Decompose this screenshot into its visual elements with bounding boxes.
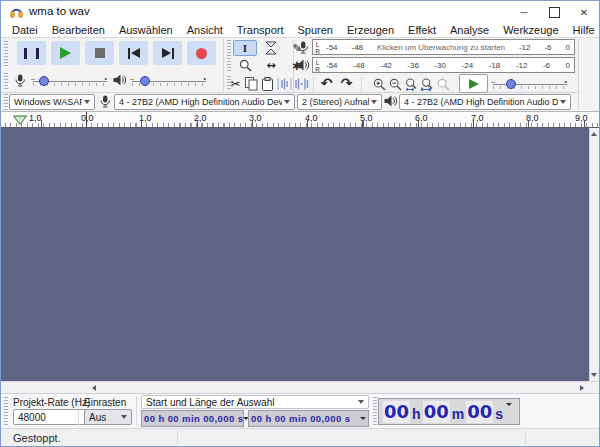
scroll-up-icon[interactable] bbox=[591, 132, 597, 136]
recording-meter[interactable]: LR -54 -48 Klicken um Überwachung zu sta… bbox=[312, 39, 575, 55]
recording-volume-thumb[interactable] bbox=[39, 76, 49, 86]
monitoring-hint[interactable]: Klicken um Überwachung zu starten bbox=[377, 43, 505, 52]
redo-button[interactable]: ↷ bbox=[337, 75, 356, 91]
selection-toolbar-grip[interactable] bbox=[4, 397, 8, 425]
zoom-toggle-button[interactable] bbox=[436, 76, 451, 92]
status-bar: Gestoppt. bbox=[1, 428, 599, 446]
audio-host-select[interactable]: Windows WASAPI bbox=[9, 94, 95, 110]
recording-meter-mic-icon[interactable] bbox=[297, 41, 309, 54]
menu-spuren[interactable]: Spuren bbox=[290, 23, 339, 38]
scroll-down-icon[interactable] bbox=[591, 373, 597, 377]
paste-button[interactable] bbox=[260, 76, 275, 92]
trim-audio-button[interactable] bbox=[276, 76, 292, 92]
menu-effekt[interactable]: Effekt bbox=[401, 23, 443, 38]
audacity-window: wma to wav ─ ✕ Datei Bearbeiten Auswähle… bbox=[0, 0, 600, 447]
time-toolbar-grip[interactable] bbox=[373, 397, 377, 425]
undo-button[interactable]: ↶ bbox=[317, 75, 336, 91]
recording-volume-mic-icon bbox=[14, 74, 26, 87]
timeline-ruler[interactable]: 1,0 0,0 1,0 2,0 3,0 4,0 5,0 6,0 7,0 8,0 … bbox=[1, 111, 599, 128]
playback-device-select[interactable]: 4 - 27B2 (AMD High Definition Audio Devi… bbox=[399, 94, 571, 110]
menu-erzeugen[interactable]: Erzeugen bbox=[340, 23, 401, 38]
maximize-icon bbox=[549, 7, 560, 18]
envelope-tool-button[interactable] bbox=[259, 40, 283, 56]
playback-device-speaker-icon bbox=[384, 95, 397, 107]
playhead-cursor bbox=[86, 112, 87, 127]
playback-meter-speaker-icon[interactable] bbox=[296, 59, 309, 71]
chevron-down-icon bbox=[121, 415, 127, 419]
snap-select[interactable]: Aus bbox=[84, 409, 132, 425]
menu-bearbeiten[interactable]: Bearbeiten bbox=[45, 23, 112, 38]
close-button[interactable]: ✕ bbox=[569, 1, 599, 23]
horizontal-scrollbar[interactable] bbox=[1, 381, 599, 393]
play-icon bbox=[60, 47, 71, 59]
maximize-button[interactable] bbox=[539, 1, 569, 23]
track-area[interactable] bbox=[1, 128, 589, 381]
transport-toolbar-grip[interactable] bbox=[4, 41, 8, 67]
rec-meter-scale: -54 -48 Klicken um Überwachung zu starte… bbox=[322, 40, 574, 54]
skip-to-end-button[interactable] bbox=[153, 41, 182, 65]
playback-volume-slider[interactable]: – • bbox=[132, 74, 206, 88]
zoom-tool-button[interactable] bbox=[233, 57, 257, 73]
device-toolbar-grip[interactable] bbox=[4, 94, 8, 110]
stop-button[interactable] bbox=[85, 41, 114, 65]
selection-tool-icon: I bbox=[243, 42, 247, 54]
silence-audio-icon bbox=[294, 78, 309, 90]
menu-transport[interactable]: Transport bbox=[230, 23, 291, 38]
skip-to-start-button[interactable] bbox=[119, 41, 148, 65]
scroll-left-icon[interactable] bbox=[92, 385, 96, 391]
scroll-right-icon[interactable] bbox=[580, 385, 584, 391]
playback-meter[interactable]: LR -54 -48 -42 -36 -30 -24 -18 -12 -6 0 bbox=[312, 57, 575, 73]
record-icon bbox=[196, 48, 207, 59]
rec-meter-channel-l: L bbox=[313, 41, 322, 48]
playback-volume-speaker-icon bbox=[113, 74, 126, 86]
zoom-in-button[interactable] bbox=[372, 76, 387, 92]
recording-device-mic-icon bbox=[99, 95, 111, 108]
zoom-selection-button[interactable] bbox=[404, 76, 419, 92]
copy-button[interactable] bbox=[244, 76, 259, 92]
timeshift-tool-button[interactable]: ↔ bbox=[259, 57, 283, 73]
selection-length-field[interactable]: 00 h 00 min 00,000 s bbox=[248, 410, 369, 427]
mixer-toolbar-grip[interactable] bbox=[4, 73, 8, 91]
zoom-out-icon bbox=[389, 78, 402, 91]
zoom-in-icon bbox=[373, 78, 386, 91]
menu-hilfe[interactable]: Hilfe bbox=[566, 23, 600, 38]
timeshift-tool-icon: ↔ bbox=[266, 59, 275, 72]
position-seconds: 00 bbox=[466, 401, 493, 423]
silence-audio-button[interactable] bbox=[293, 76, 309, 92]
audio-position-display[interactable]: 00 h 00 m 00 s bbox=[378, 398, 520, 425]
position-minutes: 00 bbox=[423, 401, 450, 423]
zoom-out-button[interactable] bbox=[388, 76, 403, 92]
cut-button[interactable]: ✂ bbox=[228, 76, 243, 92]
play-at-speed-icon bbox=[469, 79, 479, 89]
zoom-tool-icon bbox=[239, 59, 252, 72]
selection-start-field[interactable]: 00 h 00 min 00,000 s bbox=[141, 410, 244, 427]
play-at-speed-button[interactable] bbox=[459, 74, 488, 93]
redo-icon: ↷ bbox=[341, 75, 353, 91]
position-hours: 00 bbox=[383, 401, 410, 423]
tools-toolbar-grip[interactable] bbox=[227, 40, 231, 73]
recording-channels-select[interactable]: 2 (Stereo) Aufnahmekanäle bbox=[297, 94, 382, 110]
recording-device-select[interactable]: 4 - 27B2 (AMD High Definition Audio Devi… bbox=[114, 94, 295, 110]
zoom-fit-project-icon bbox=[421, 78, 435, 91]
play-speed-thumb[interactable] bbox=[506, 79, 516, 89]
menu-ansicht[interactable]: Ansicht bbox=[180, 23, 230, 38]
menu-auswaehlen[interactable]: Auswählen bbox=[112, 23, 180, 38]
pause-button[interactable] bbox=[17, 41, 46, 65]
play-meter-channel-l: L bbox=[313, 59, 322, 66]
toolbar-dock: I ✎ ↔ ∗ LR -54 -48 bbox=[1, 38, 599, 111]
vertical-scrollbar[interactable] bbox=[589, 128, 599, 381]
recording-volume-slider[interactable]: – • bbox=[33, 74, 107, 88]
menu-werkzeuge[interactable]: Werkzeuge bbox=[496, 23, 565, 38]
menu-datei[interactable]: Datei bbox=[5, 23, 45, 38]
menu-analyse[interactable]: Analyse bbox=[443, 23, 496, 38]
record-button[interactable] bbox=[187, 41, 216, 65]
toolbar-separator bbox=[223, 39, 224, 92]
zoom-fit-project-button[interactable] bbox=[420, 76, 435, 92]
toolbar-separator bbox=[3, 92, 578, 93]
minimize-button[interactable]: ─ bbox=[509, 1, 539, 23]
play-button[interactable] bbox=[51, 41, 80, 65]
selection-mode-select[interactable]: Start und Länge der Auswahl bbox=[141, 395, 369, 409]
zoom-toggle-icon bbox=[437, 78, 450, 91]
play-speed-slider[interactable]: – • bbox=[493, 77, 567, 91]
selection-tool-button[interactable]: I bbox=[233, 40, 257, 56]
